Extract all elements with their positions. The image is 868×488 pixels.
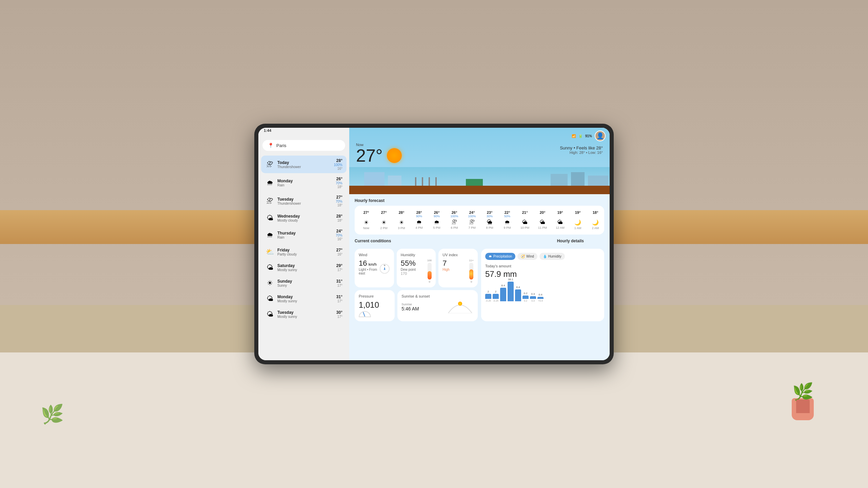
forecast-low-1: 18° bbox=[337, 185, 342, 189]
forecast-icon-6: 🌤 bbox=[265, 263, 275, 272]
plant-decoration-right: 🌿 bbox=[792, 382, 814, 420]
uv-ball-fill bbox=[469, 269, 473, 280]
forecast-item-friday-5[interactable]: ⛅ Friday Partly cloudy 27° 16° bbox=[261, 244, 347, 259]
hourly-time-8: 9 PM bbox=[504, 226, 511, 229]
forecast-low-7: 17° bbox=[337, 284, 342, 287]
location-bar[interactable]: 📍 Paris bbox=[262, 140, 345, 151]
forecast-item-monday-1[interactable]: 🌧 Monday Rain 26° 70% 18° bbox=[261, 174, 347, 191]
forecast-item-tuesday-2[interactable]: ⛈ Tuesday Thundershower 27° 70% 18° bbox=[261, 192, 347, 210]
forecast-condition-6: Mostly sunny bbox=[277, 268, 336, 272]
forecast-item-tuesday-9[interactable]: 🌤 Tuesday Mostly sunny 30° 17° bbox=[261, 307, 347, 322]
bar-bot-label-1: -0.25 bbox=[493, 300, 498, 302]
bar-rect-4 bbox=[515, 289, 521, 301]
forecast-item-monday-8[interactable]: 🌤 Monday Mostly sunny 31° 17° bbox=[261, 291, 347, 306]
hourly-time-9: 10 PM bbox=[520, 226, 529, 229]
bar-rect-1 bbox=[493, 294, 499, 299]
forecast-high-6: 29° bbox=[336, 263, 342, 268]
forecast-high-5: 27° bbox=[336, 248, 342, 252]
forecast-precip-1: 70% bbox=[336, 181, 342, 185]
hourly-forecast-title: Hourly forecast bbox=[355, 198, 604, 203]
svg-point-17 bbox=[459, 302, 461, 305]
forecast-item-thursday-4[interactable]: 🌧 Thursday Rain 24° 70% 16° bbox=[261, 226, 347, 244]
hourly-item-7: 23° 30% 🌦 8 PM bbox=[481, 209, 498, 231]
hourly-item-13: 18° 🌙 2 AM bbox=[587, 209, 601, 231]
hourly-temp-11: 19° bbox=[557, 210, 563, 215]
hourly-icon-11: 🌥 bbox=[557, 219, 563, 225]
hourly-icon-3: 🌧 bbox=[416, 219, 422, 225]
forecast-day-6: Saturday bbox=[277, 263, 336, 268]
svg-rect-3 bbox=[388, 176, 401, 186]
hourly-temp-2: 28° bbox=[399, 210, 405, 215]
hourly-icon-2: ☀ bbox=[399, 219, 404, 226]
hourly-temp-0: 27° bbox=[363, 210, 369, 215]
hourly-temp-8: 22° bbox=[505, 210, 510, 215]
wind-tab-label: Wind bbox=[526, 255, 534, 258]
hourly-details-title: Hourly details bbox=[557, 239, 584, 243]
hourly-temp-12: 19° bbox=[575, 210, 581, 215]
wind-title: Wind bbox=[359, 253, 390, 257]
tab-wind[interactable]: 🧭 Wind bbox=[517, 253, 537, 260]
humidity-fill bbox=[428, 271, 432, 280]
wifi-icon: 📶 bbox=[572, 134, 576, 138]
forecast-condition-5: Partly cloudy bbox=[277, 252, 336, 256]
bar-col-4: 6.4 bbox=[515, 286, 521, 302]
forecast-icon-5: ⛅ bbox=[265, 247, 275, 257]
tab-precipitation[interactable]: 🌧 Precipitation bbox=[485, 253, 515, 260]
hourly-time-12: 1 AM bbox=[574, 226, 581, 230]
hourly-details-card: 🌧 Precipitation 🧭 Wind 💧 Humidity bbox=[481, 249, 604, 321]
forecast-item-today-0[interactable]: ⛈ Today Thundershower 28° 100% 16° bbox=[261, 156, 347, 173]
bar-rect-5 bbox=[522, 296, 529, 299]
bar-col-5: 0.2 0.2 bbox=[522, 292, 529, 302]
avatar[interactable]: 👤 bbox=[595, 130, 606, 141]
battery-icon: 🔋 bbox=[578, 134, 583, 138]
current-conditions-title: Current conditions bbox=[355, 239, 391, 243]
forecast-high-7: 31° bbox=[336, 279, 342, 284]
bar-col-3: 38.1 bbox=[508, 278, 514, 302]
forecast-item-wednesday-3[interactable]: 🌤 Wednesday Mostly cloudy 28° 18° bbox=[261, 210, 347, 225]
forecast-day-9: Tuesday bbox=[277, 310, 336, 315]
hourly-icon-7: 🌦 bbox=[487, 219, 492, 225]
hourly-temp-5: 26° bbox=[452, 210, 457, 215]
precipitation-tab-label: Precipitation bbox=[493, 255, 512, 258]
forecast-low-5: 16° bbox=[337, 252, 342, 256]
forecast-day-4: Thursday bbox=[277, 231, 336, 236]
hourly-item-1: 27° ☀ 2 PM bbox=[375, 209, 393, 231]
hourly-precip-4: 90% bbox=[434, 215, 440, 219]
hourly-icon-1: ☀ bbox=[381, 219, 386, 226]
forecast-icon-7: ☀ bbox=[265, 278, 275, 288]
main-scroll-content[interactable]: Hourly forecast 27° ☀ Now 27° ☀ 2 PM 28°… bbox=[349, 194, 610, 360]
forecast-condition-3: Mostly cloudy bbox=[277, 219, 336, 222]
forecast-icon-4: 🌧 bbox=[265, 230, 275, 240]
dew-point-value: 170 bbox=[401, 271, 416, 276]
hourly-icon-4: 🌧 bbox=[434, 219, 439, 225]
svg-rect-9 bbox=[551, 174, 568, 186]
precipitation-tab-icon: 🌧 bbox=[489, 255, 492, 258]
svg-rect-1 bbox=[349, 186, 610, 194]
forecast-list: ⛈ Today Thundershower 28° 100% 16° 🌧 Mon… bbox=[258, 155, 349, 360]
forecast-condition-0: Thundershower bbox=[277, 165, 334, 169]
forecast-day-8: Monday bbox=[277, 294, 336, 299]
bar-rect-3 bbox=[508, 282, 514, 301]
hourly-icon-10: 🌥 bbox=[540, 219, 545, 225]
svg-rect-7 bbox=[429, 177, 430, 186]
forecast-condition-8: Mostly sunny bbox=[277, 299, 336, 303]
hourly-temp-6: 24° bbox=[469, 210, 475, 215]
forecast-condition-7: Sunny bbox=[277, 284, 336, 287]
sun-arc-icon bbox=[447, 300, 474, 314]
hourly-item-4: 26° 90% 🌧 5 PM bbox=[428, 209, 446, 231]
hourly-precip-3: 90% bbox=[416, 215, 422, 219]
hourly-icon-12: 🌙 bbox=[574, 219, 581, 226]
precipitation-amount-value: 57.9 mm bbox=[485, 269, 600, 279]
forecast-low-3: 18° bbox=[337, 219, 342, 222]
humidity-title: Humidity bbox=[401, 253, 432, 257]
hourly-temp-4: 26° bbox=[434, 210, 440, 215]
bar-top-label-1: 2 bbox=[495, 290, 496, 293]
forecast-item-sunday-7[interactable]: ☀ Sunday Sunny 31° 17° bbox=[261, 276, 347, 290]
hourly-icon-5: ⛈ bbox=[452, 219, 457, 225]
forecast-icon-2: ⛈ bbox=[265, 196, 275, 206]
bar-rect-0 bbox=[485, 294, 491, 299]
tab-humidity[interactable]: 💧 Humidity bbox=[539, 253, 565, 260]
bar-rect-7 bbox=[537, 297, 544, 299]
forecast-item-saturday-6[interactable]: 🌤 Saturday Mostly sunny 29° 17° bbox=[261, 260, 347, 275]
hourly-time-0: Now bbox=[363, 226, 369, 230]
